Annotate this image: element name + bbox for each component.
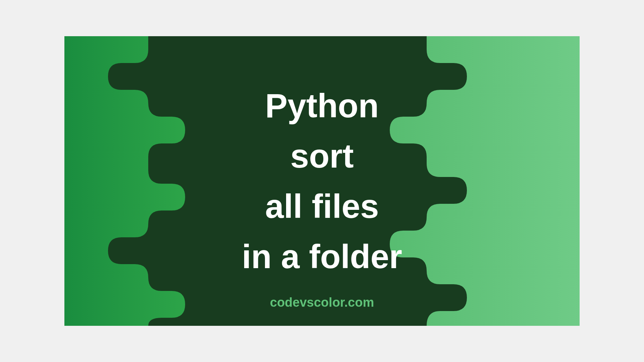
banner-title: Python sort all files in a folder [242,80,402,282]
title-line-4: in a folder [242,231,402,282]
footer-text: codevscolor.com [64,295,580,310]
banner: Python sort all files in a folder codevs… [64,36,580,326]
title-line-3: all files [242,181,402,231]
title-line-2: sort [242,131,402,181]
title-line-1: Python [242,80,402,131]
content-area: Python sort all files in a folder [64,36,580,326]
